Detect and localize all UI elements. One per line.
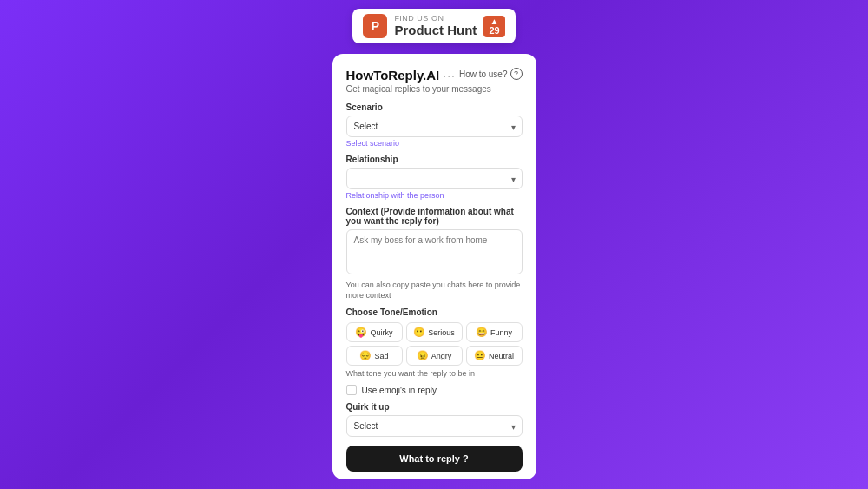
- neutral-emoji: 😐: [474, 350, 486, 361]
- ph-product-hunt-name: Product Hunt: [394, 23, 477, 38]
- serious-emoji: 😐: [413, 327, 425, 338]
- ph-banner[interactable]: P FIND US ON Product Hunt ▲ 29: [352, 9, 515, 43]
- ph-vote-count: 29: [489, 26, 499, 36]
- main-card: HowToReply.AI ··· How to use? ? Get magi…: [332, 54, 536, 479]
- emoji-checkbox[interactable]: [346, 385, 357, 395]
- ph-logo-icon: P: [363, 14, 387, 38]
- quirk-label: Quirk it up: [346, 402, 523, 412]
- ph-arrow-icon: ▲: [490, 17, 499, 26]
- tone-neutral-btn[interactable]: 😐Neutral: [466, 346, 523, 366]
- context-textarea[interactable]: [346, 229, 523, 274]
- tone-label: Choose Tone/Emotion: [346, 307, 523, 317]
- scenario-section: Scenario Select Professional Email Casua…: [346, 102, 523, 148]
- angry-emoji: 😠: [417, 350, 429, 361]
- ph-upvote-badge[interactable]: ▲ 29: [483, 16, 504, 37]
- context-hint: You can also copy paste you chats here t…: [346, 281, 523, 301]
- more-options-icon[interactable]: ···: [443, 69, 456, 83]
- how-to-use-link[interactable]: How to use? ?: [459, 68, 523, 80]
- tone-section: Choose Tone/Emotion 😜Quirky 😐Serious 😄Fu…: [346, 307, 523, 378]
- submit-area: What to reply ?: [346, 446, 523, 472]
- tone-grid: 😜Quirky 😐Serious 😄Funny 😔Sad 😠Angry 😐Neu…: [346, 322, 523, 366]
- scenario-select[interactable]: Select Professional Email Casual Chat Fo…: [346, 116, 523, 137]
- relationship-section: Relationship Friend Colleague Boss Famil…: [346, 155, 523, 200]
- scenario-select-wrapper: Select Professional Email Casual Chat Fo…: [346, 116, 523, 137]
- quirk-select[interactable]: Select A little Moderate Very quirky: [346, 415, 523, 437]
- tone-sad-btn[interactable]: 😔Sad: [346, 346, 403, 366]
- scenario-label: Scenario: [346, 102, 523, 112]
- relationship-label: Relationship: [346, 155, 523, 164]
- quirk-select-wrapper: Select A little Moderate Very quirky ▾: [346, 415, 523, 437]
- tone-funny-btn[interactable]: 😄Funny: [466, 322, 523, 342]
- sad-emoji: 😔: [359, 350, 372, 361]
- app-title-row: HowToReply.AI ···: [346, 68, 456, 83]
- ph-find-us-label: FIND US ON: [394, 14, 477, 23]
- how-to-label: How to use?: [459, 69, 508, 79]
- quirk-section: Quirk it up Select A little Moderate Ver…: [346, 402, 523, 437]
- context-label: Context (Provide information about what …: [346, 207, 523, 226]
- context-section: Context (Provide information about what …: [346, 207, 523, 301]
- relationship-select[interactable]: Friend Colleague Boss Family Stranger: [346, 168, 523, 189]
- serious-label: Serious: [428, 328, 455, 337]
- quirky-label: Quirky: [370, 328, 392, 337]
- question-icon: ?: [510, 68, 523, 80]
- quirky-emoji: 😜: [355, 327, 367, 338]
- relationship-hint: Relationship with the person: [346, 191, 523, 200]
- relationship-select-wrapper: Friend Colleague Boss Family Stranger ▾: [346, 168, 523, 189]
- emoji-checkbox-row: Use emoji's in reply: [346, 385, 523, 395]
- tone-quirky-btn[interactable]: 😜Quirky: [346, 322, 403, 342]
- card-header: HowToReply.AI ··· How to use? ?: [346, 68, 523, 83]
- app-title: HowToReply.AI: [346, 68, 440, 83]
- tone-hint: What tone you want the reply to be in: [346, 369, 523, 378]
- ph-text-block: FIND US ON Product Hunt: [394, 14, 477, 38]
- tone-angry-btn[interactable]: 😠Angry: [406, 346, 463, 366]
- tone-serious-btn[interactable]: 😐Serious: [406, 322, 463, 342]
- emoji-checkbox-label: Use emoji's in reply: [362, 386, 437, 395]
- angry-label: Angry: [431, 352, 452, 360]
- funny-emoji: 😄: [476, 327, 488, 338]
- sad-label: Sad: [374, 352, 388, 360]
- neutral-label: Neutral: [489, 352, 514, 360]
- submit-button[interactable]: What to reply ?: [346, 446, 523, 472]
- scenario-hint: Select scenario: [346, 139, 523, 148]
- app-subtitle: Get magical replies to your messages: [346, 84, 523, 94]
- funny-label: Funny: [490, 328, 512, 337]
